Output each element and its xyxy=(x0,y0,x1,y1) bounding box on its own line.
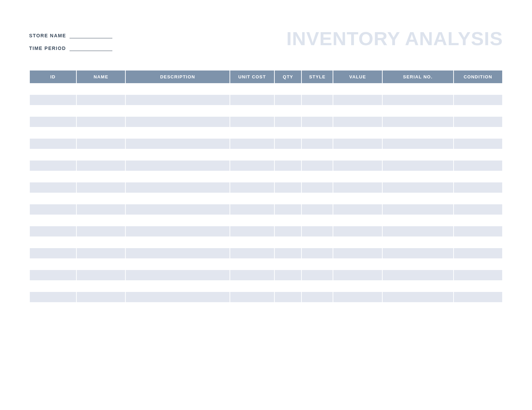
cell-serial_no[interactable] xyxy=(383,237,453,247)
cell-condition[interactable] xyxy=(454,84,503,94)
cell-description[interactable] xyxy=(126,150,229,160)
cell-style[interactable] xyxy=(302,106,333,116)
cell-id[interactable] xyxy=(30,161,76,171)
cell-description[interactable] xyxy=(126,139,229,149)
cell-condition[interactable] xyxy=(454,139,503,149)
cell-description[interactable] xyxy=(126,204,229,215)
cell-unit_cost[interactable] xyxy=(230,226,274,236)
cell-serial_no[interactable] xyxy=(383,204,453,215)
cell-qty[interactable] xyxy=(275,150,301,160)
cell-serial_no[interactable] xyxy=(383,292,453,302)
cell-description[interactable] xyxy=(126,292,229,302)
cell-qty[interactable] xyxy=(275,215,301,226)
cell-condition[interactable] xyxy=(454,182,503,193)
cell-unit_cost[interactable] xyxy=(230,128,274,138)
cell-style[interactable] xyxy=(302,150,333,160)
cell-condition[interactable] xyxy=(454,259,503,269)
cell-value[interactable] xyxy=(333,259,382,269)
cell-description[interactable] xyxy=(126,270,229,280)
cell-condition[interactable] xyxy=(454,117,503,127)
cell-value[interactable] xyxy=(333,161,382,171)
cell-description[interactable] xyxy=(126,259,229,269)
cell-style[interactable] xyxy=(302,84,333,94)
cell-condition[interactable] xyxy=(454,237,503,247)
cell-description[interactable] xyxy=(126,171,229,182)
cell-unit_cost[interactable] xyxy=(230,259,274,269)
cell-unit_cost[interactable] xyxy=(230,193,274,204)
cell-id[interactable] xyxy=(30,248,76,258)
cell-qty[interactable] xyxy=(275,117,301,127)
cell-qty[interactable] xyxy=(275,270,301,280)
cell-style[interactable] xyxy=(302,182,333,193)
cell-qty[interactable] xyxy=(275,237,301,247)
cell-serial_no[interactable] xyxy=(383,84,453,94)
cell-description[interactable] xyxy=(126,161,229,171)
cell-condition[interactable] xyxy=(454,204,503,215)
cell-name[interactable] xyxy=(77,161,125,171)
cell-serial_no[interactable] xyxy=(383,106,453,116)
cell-value[interactable] xyxy=(333,139,382,149)
cell-value[interactable] xyxy=(333,281,382,291)
cell-name[interactable] xyxy=(77,270,125,280)
cell-qty[interactable] xyxy=(275,281,301,291)
cell-style[interactable] xyxy=(302,171,333,182)
cell-serial_no[interactable] xyxy=(383,248,453,258)
cell-qty[interactable] xyxy=(275,106,301,116)
cell-qty[interactable] xyxy=(275,171,301,182)
cell-value[interactable] xyxy=(333,204,382,215)
cell-unit_cost[interactable] xyxy=(230,150,274,160)
cell-qty[interactable] xyxy=(275,84,301,94)
cell-name[interactable] xyxy=(77,139,125,149)
cell-unit_cost[interactable] xyxy=(230,171,274,182)
cell-unit_cost[interactable] xyxy=(230,161,274,171)
cell-serial_no[interactable] xyxy=(383,215,453,226)
cell-value[interactable] xyxy=(333,193,382,204)
cell-serial_no[interactable] xyxy=(383,161,453,171)
cell-id[interactable] xyxy=(30,106,76,116)
cell-description[interactable] xyxy=(126,226,229,236)
cell-value[interactable] xyxy=(333,215,382,226)
cell-style[interactable] xyxy=(302,226,333,236)
cell-name[interactable] xyxy=(77,95,125,105)
cell-description[interactable] xyxy=(126,128,229,138)
cell-name[interactable] xyxy=(77,281,125,291)
cell-condition[interactable] xyxy=(454,161,503,171)
cell-value[interactable] xyxy=(333,106,382,116)
cell-value[interactable] xyxy=(333,292,382,302)
cell-id[interactable] xyxy=(30,193,76,204)
cell-unit_cost[interactable] xyxy=(230,281,274,291)
cell-qty[interactable] xyxy=(275,226,301,236)
cell-unit_cost[interactable] xyxy=(230,95,274,105)
cell-style[interactable] xyxy=(302,215,333,226)
cell-unit_cost[interactable] xyxy=(230,182,274,193)
cell-id[interactable] xyxy=(30,139,76,149)
cell-name[interactable] xyxy=(77,84,125,94)
cell-unit_cost[interactable] xyxy=(230,106,274,116)
cell-id[interactable] xyxy=(30,150,76,160)
cell-style[interactable] xyxy=(302,161,333,171)
cell-serial_no[interactable] xyxy=(383,281,453,291)
cell-serial_no[interactable] xyxy=(383,226,453,236)
cell-name[interactable] xyxy=(77,226,125,236)
cell-style[interactable] xyxy=(302,248,333,258)
cell-value[interactable] xyxy=(333,84,382,94)
cell-style[interactable] xyxy=(302,270,333,280)
cell-name[interactable] xyxy=(77,259,125,269)
cell-id[interactable] xyxy=(30,226,76,236)
cell-name[interactable] xyxy=(77,171,125,182)
cell-style[interactable] xyxy=(302,128,333,138)
cell-description[interactable] xyxy=(126,106,229,116)
cell-qty[interactable] xyxy=(275,182,301,193)
cell-condition[interactable] xyxy=(454,226,503,236)
cell-style[interactable] xyxy=(302,95,333,105)
cell-condition[interactable] xyxy=(454,95,503,105)
cell-style[interactable] xyxy=(302,281,333,291)
cell-id[interactable] xyxy=(30,95,76,105)
cell-id[interactable] xyxy=(30,270,76,280)
cell-name[interactable] xyxy=(77,215,125,226)
cell-condition[interactable] xyxy=(454,150,503,160)
cell-name[interactable] xyxy=(77,292,125,302)
cell-serial_no[interactable] xyxy=(383,139,453,149)
cell-name[interactable] xyxy=(77,204,125,215)
cell-value[interactable] xyxy=(333,182,382,193)
